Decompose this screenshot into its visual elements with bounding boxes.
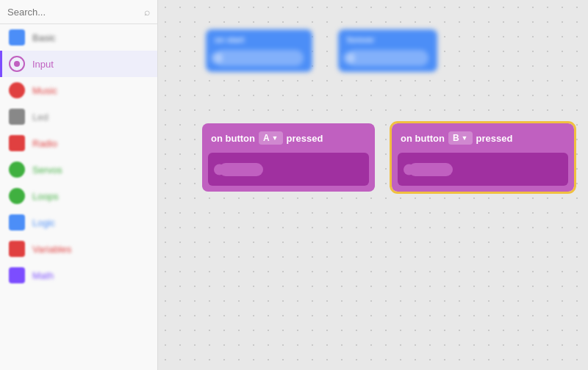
sidebar-item-label: Music: [32, 85, 57, 96]
sidebar-item-logic[interactable]: Logic: [0, 209, 157, 236]
chevron-down-icon: ▼: [462, 134, 468, 142]
block-a-dropdown[interactable]: A ▼: [259, 131, 283, 145]
sidebar: ⌕ Basic Input Music Led Radio Servos Loo…: [0, 0, 158, 370]
sidebar-item-label: Led: [32, 112, 49, 123]
input-icon: [9, 56, 25, 72]
sidebar-item-variables[interactable]: Variables: [0, 236, 157, 262]
sidebar-item-label: Variables: [32, 244, 71, 255]
search-input[interactable]: [7, 7, 140, 18]
block-on-button-a[interactable]: on button A ▼ pressed: [202, 123, 375, 192]
search-bar[interactable]: ⌕: [0, 0, 157, 24]
sidebar-item-math[interactable]: Math: [0, 262, 157, 289]
block-a-top-row: on button A ▼ pressed: [202, 123, 375, 153]
music-icon: [9, 82, 25, 98]
block-forever[interactable]: forever: [338, 29, 437, 72]
block-a-body: [208, 153, 369, 186]
block-notch: [215, 50, 304, 66]
sidebar-item-label: Loops: [32, 191, 58, 202]
radio-icon: [9, 135, 25, 151]
variables-icon: [9, 241, 25, 257]
block-b-value: B: [453, 133, 459, 143]
sidebar-item-label: Basic: [32, 32, 56, 43]
basic-icon: [9, 29, 25, 46]
canvas: on start forever on button A ▼ pressed o…: [158, 0, 588, 370]
sidebar-item-label: Math: [32, 270, 54, 281]
block-on-button-b[interactable]: on button B ▼ pressed: [392, 123, 574, 192]
block-a-prefix: on button: [211, 133, 255, 144]
sidebar-item-music[interactable]: Music: [0, 77, 157, 104]
block-forever-header: forever: [347, 35, 429, 44]
sidebar-item-basic[interactable]: Basic: [0, 24, 157, 51]
block-a-value: A: [263, 133, 270, 143]
math-icon: [9, 267, 25, 283]
sidebar-item-radio[interactable]: Radio: [0, 130, 157, 156]
block-a-suffix: pressed: [287, 133, 323, 144]
block-notch: [347, 50, 429, 66]
loops-icon: [9, 188, 25, 204]
logic-icon: [9, 214, 25, 231]
block-b-prefix: on button: [401, 133, 445, 144]
block-on-start-header: on start: [215, 35, 304, 44]
sidebar-item-servos[interactable]: Servos: [0, 156, 157, 183]
sidebar-item-led[interactable]: Led: [0, 104, 157, 130]
servos-icon: [9, 162, 25, 178]
sidebar-item-label: Radio: [32, 138, 57, 149]
block-b-body: [398, 153, 568, 186]
block-b-top-row: on button B ▼ pressed: [392, 123, 574, 153]
led-icon: [9, 109, 25, 125]
sidebar-item-label: Logic: [32, 217, 55, 228]
sidebar-item-loops[interactable]: Loops: [0, 183, 157, 209]
sidebar-item-label: Servos: [32, 164, 62, 175]
chevron-down-icon: ▼: [272, 134, 279, 142]
sidebar-item-label: Input: [32, 59, 54, 70]
search-icon: ⌕: [144, 6, 150, 18]
sidebar-item-input[interactable]: Input: [0, 51, 157, 77]
block-on-start[interactable]: on start: [206, 29, 312, 72]
block-b-dropdown[interactable]: B ▼: [448, 131, 473, 145]
block-b-suffix: pressed: [476, 133, 513, 144]
